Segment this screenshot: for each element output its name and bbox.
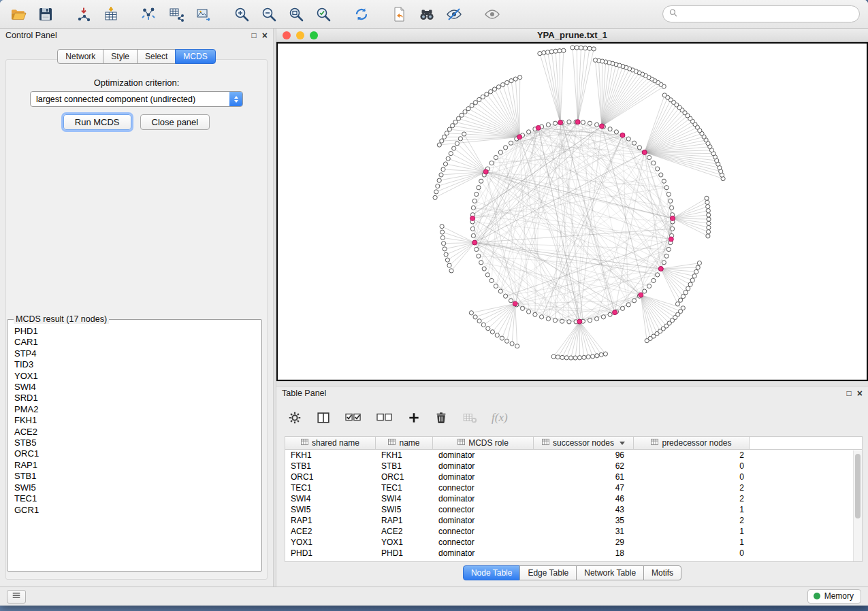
mcds-list-item[interactable]: SWI5 <box>14 482 255 493</box>
deselect-all-rows-button[interactable] <box>376 408 393 428</box>
table-row[interactable]: FKH1FKH1dominator962 <box>285 450 862 461</box>
table-cell[interactable]: 2 <box>634 516 750 525</box>
graph-leaf-node[interactable] <box>446 156 450 161</box>
graph-ring-node[interactable] <box>662 179 666 183</box>
table-cell[interactable]: 31 <box>534 527 634 536</box>
graph-ring-node[interactable] <box>482 267 486 271</box>
optimization-criterion-select[interactable]: largest connected component (undirected) <box>30 91 243 107</box>
graph-leaf-node[interactable] <box>558 49 562 53</box>
tab-style[interactable]: Style <box>103 49 138 64</box>
status-menu-button[interactable] <box>7 590 26 604</box>
float-table-panel-icon[interactable]: □ <box>847 389 852 397</box>
table-cell[interactable]: RAP1 <box>376 516 433 525</box>
graph-ring-node[interactable] <box>601 315 605 319</box>
graph-ring-node[interactable] <box>520 306 524 310</box>
table-row[interactable]: SWI5SWI5connector431 <box>285 504 862 515</box>
graph-leaf-node[interactable] <box>707 221 711 225</box>
graph-mcds-node[interactable] <box>575 120 580 125</box>
tab-mcds[interactable]: MCDS <box>175 49 215 64</box>
graph-ring-node[interactable] <box>671 227 675 231</box>
table-cell[interactable]: connector <box>433 483 534 493</box>
mcds-list-item[interactable]: FKH1 <box>14 415 255 426</box>
graph-leaf-node[interactable] <box>447 263 451 267</box>
graph-leaf-node[interactable] <box>696 265 700 269</box>
graph-leaf-node[interactable] <box>706 230 710 234</box>
graph-leaf-node[interactable] <box>573 356 577 360</box>
export-image-button[interactable] <box>192 4 215 24</box>
table-cell[interactable]: dominator <box>433 450 534 460</box>
graph-ring-node[interactable] <box>540 315 544 319</box>
table-cell[interactable]: 0 <box>634 548 750 558</box>
column-header-successor-nodes[interactable]: successor nodes <box>534 437 634 449</box>
float-panel-icon[interactable]: □ <box>252 31 257 39</box>
graph-leaf-node[interactable] <box>688 282 692 286</box>
graph-ring-node[interactable] <box>669 199 673 203</box>
graph-ring-node[interactable] <box>471 233 475 237</box>
graph-leaf-node[interactable] <box>496 85 500 89</box>
mcds-list-item[interactable]: TID3 <box>14 359 255 370</box>
graph-mcds-node[interactable] <box>472 240 477 245</box>
table-cell[interactable]: SWI4 <box>285 494 376 503</box>
table-row[interactable]: RAP1RAP1dominator352 <box>285 515 862 526</box>
table-cell[interactable]: 47 <box>534 483 634 493</box>
graph-leaf-node[interactable] <box>437 178 441 182</box>
graph-leaf-node[interactable] <box>442 242 446 246</box>
graph-leaf-node[interactable] <box>684 291 688 295</box>
graph-leaf-node[interactable] <box>583 46 588 50</box>
column-header-shared-name[interactable]: shared name <box>285 437 376 449</box>
table-cell[interactable]: 1 <box>634 527 750 536</box>
graph-ring-node[interactable] <box>527 130 531 134</box>
table-cell[interactable]: dominator <box>433 494 534 503</box>
graph-leaf-node[interactable] <box>707 225 711 229</box>
graph-ring-node[interactable] <box>662 261 666 265</box>
graph-leaf-node[interactable] <box>505 339 509 343</box>
graph-ring-node[interactable] <box>498 289 502 293</box>
graph-ring-node[interactable] <box>553 121 557 125</box>
graph-leaf-node[interactable] <box>564 356 568 360</box>
graph-mcds-node[interactable] <box>669 237 673 242</box>
table-cell[interactable]: 43 <box>534 505 634 514</box>
mcds-list-item[interactable]: SRD1 <box>14 393 255 403</box>
tab-network[interactable]: Network <box>57 49 103 64</box>
graph-leaf-node[interactable] <box>452 146 456 150</box>
graph-leaf-node[interactable] <box>562 48 566 52</box>
graph-leaf-node[interactable] <box>473 315 477 319</box>
add-column-button[interactable] <box>407 408 421 428</box>
graph-ring-node[interactable] <box>509 141 513 145</box>
zoom-out-button[interactable] <box>257 4 280 24</box>
export-network-button[interactable] <box>138 4 161 24</box>
graph-leaf-node[interactable] <box>441 167 445 171</box>
table-cell[interactable]: 2 <box>634 450 750 460</box>
import-table-from-file-button[interactable] <box>99 4 123 24</box>
graph-leaf-node[interactable] <box>570 46 575 50</box>
graph-leaf-node[interactable] <box>445 258 449 262</box>
graph-leaf-node[interactable] <box>495 333 499 337</box>
graph-leaf-node[interactable] <box>694 269 698 274</box>
graph-leaf-node[interactable] <box>706 205 710 209</box>
graph-ring-node[interactable] <box>494 284 498 288</box>
import-network-from-file-button[interactable] <box>72 4 95 24</box>
graph-leaf-node[interactable] <box>515 344 519 348</box>
table-cell[interactable]: STB1 <box>285 461 376 471</box>
network-canvas[interactable] <box>276 42 868 381</box>
tab-motifs[interactable]: Motifs <box>643 565 681 580</box>
graph-ring-node[interactable] <box>471 205 475 210</box>
mcds-list-item[interactable]: STB1 <box>14 471 255 482</box>
mcds-result-list[interactable]: PHD1CAR1STP4TID3YOX1SWI4SRD1PMA2FKH1ACE2… <box>8 325 261 570</box>
export-table-button[interactable] <box>165 4 188 24</box>
table-cell[interactable]: RAP1 <box>285 516 376 525</box>
table-row[interactable]: ACE2ACE2connector311 <box>285 526 862 537</box>
table-cell[interactable]: YOX1 <box>285 538 376 547</box>
graph-ring-node[interactable] <box>608 312 612 316</box>
graph-mcds-node[interactable] <box>642 150 647 154</box>
graph-mcds-node[interactable] <box>536 125 541 130</box>
graph-leaf-node[interactable] <box>440 225 444 229</box>
graph-leaf-node[interactable] <box>681 306 685 310</box>
graph-ring-node[interactable] <box>546 122 550 127</box>
graph-leaf-node[interactable] <box>477 97 481 101</box>
mcds-list-item[interactable]: TEC1 <box>14 493 255 504</box>
graph-leaf-node[interactable] <box>440 235 445 240</box>
graph-leaf-node[interactable] <box>577 356 581 360</box>
graph-leaf-node[interactable] <box>501 83 505 87</box>
graph-leaf-node[interactable] <box>445 131 449 135</box>
